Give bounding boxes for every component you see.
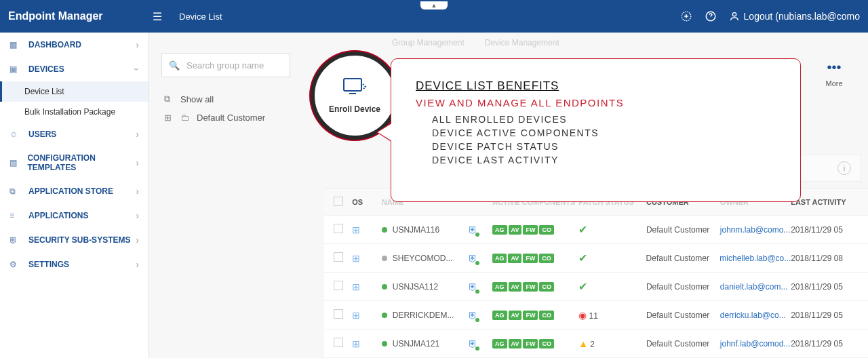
callout-line: DEVICE PATCH STATUS (432, 141, 780, 152)
tree-default-customer[interactable]: ⊞🗀Default Customer (161, 108, 319, 127)
show-all-icon: ⧉ (164, 94, 175, 104)
os-icon: ⊞ (352, 338, 382, 349)
owner-link[interactable]: johnm.lab@como... (720, 225, 791, 235)
devices-icon: ▣ (9, 64, 22, 74)
enroll-icon (342, 77, 367, 99)
os-icon: ⊞ (352, 310, 382, 321)
info-icon[interactable]: i (837, 161, 851, 175)
tab-row: Group Management Device Management (392, 38, 559, 47)
row-checkbox[interactable] (334, 224, 352, 235)
svg-point-2 (732, 13, 736, 16)
customer-cell: Default Customer (646, 254, 720, 263)
brand-title: Endpoint Manager (8, 10, 149, 22)
row-checkbox[interactable] (334, 309, 352, 321)
add-icon[interactable] (680, 10, 692, 22)
owner-link[interactable]: michelleb.lab@co... (719, 254, 791, 263)
os-icon: ⊞ (352, 281, 382, 292)
sidebar-item-users[interactable]: ☺USERS› (0, 122, 149, 146)
active-components: AGAVFWCO (492, 338, 578, 349)
sidebar-sub-bulk-install[interactable]: Bulk Installation Package (0, 102, 149, 122)
os-icon: ⊞ (352, 224, 382, 235)
active-components: AGAVFWCO (492, 281, 578, 292)
sidebar-label: CONFIGURATION TEMPLATES (27, 153, 136, 172)
enroll-label: Enroll Device (329, 104, 380, 114)
active-components: AGAVFWCO (492, 253, 578, 263)
sidebar-label: DASHBOARD (28, 40, 81, 49)
customer-cell: Default Customer (646, 339, 720, 349)
sidebar-label: APPLICATION STORE (28, 186, 113, 196)
callout-subtitle: VIEW AND MANAGE ALL ENDPOINTS (416, 97, 780, 108)
tab-device-management[interactable]: Device Management (485, 38, 559, 47)
callout-panel: DEVICE LIST BENEFITS VIEW AND MANAGE ALL… (391, 58, 801, 202)
sidebar-item-settings[interactable]: ⚙SETTINGS› (0, 252, 149, 277)
help-icon[interactable] (705, 10, 717, 22)
sidebar-item-appstore[interactable]: ⧉APPLICATION STORE› (0, 179, 149, 203)
last-activity: 2018/11/29 05 (791, 282, 859, 292)
callout-title: DEVICE LIST BENEFITS (416, 79, 780, 93)
last-activity: 2018/11/29 05 (791, 339, 859, 349)
customer-cell: Default Customer (646, 311, 720, 320)
sidebar-sub-device-list[interactable]: Device List (0, 81, 149, 102)
sidebar-item-dashboard[interactable]: ▦DASHBOARD› (0, 33, 149, 57)
device-name[interactable]: USNJMA121 (382, 339, 468, 349)
device-name[interactable]: USNJSA112 (382, 282, 468, 292)
tree-label: Default Customer (197, 113, 265, 123)
security-icon: ⛨ (468, 338, 492, 349)
table-row[interactable]: ⊞USNJSA112⛨AGAVFWCO✔Default Customerdani… (324, 273, 868, 301)
svg-rect-3 (344, 79, 361, 91)
expand-icon: ⊞ (164, 113, 175, 123)
sidebar-label: DEVICES (28, 64, 64, 74)
group-tree-column: 🔍Search group name ⧉Show all ⊞🗀Default C… (149, 33, 324, 358)
tab-group-management[interactable]: Group Management (392, 38, 465, 47)
sidebar-label: SECURITY SUB-SYSTEMS (28, 235, 130, 245)
device-name[interactable]: SHEYCOMOD... (382, 254, 468, 263)
hamburger-icon[interactable]: ☰ (149, 10, 165, 23)
owner-link[interactable]: derricku.lab@co... (720, 311, 791, 320)
col-os[interactable]: OS (352, 198, 382, 206)
security-icon: ⛨ (468, 281, 492, 292)
logout-link[interactable]: Logout (nubians.lab@como (729, 11, 860, 22)
device-table: OS NAME ACTIVE COMPONENTS PATCH STATUS C… (324, 188, 868, 358)
templates-icon: ▤ (9, 158, 20, 167)
breadcrumb: Device List (179, 12, 222, 22)
row-checkbox[interactable] (334, 338, 352, 349)
sidebar-label: APPLICATIONS (28, 211, 88, 220)
device-name[interactable]: USNJMA116 (382, 225, 468, 235)
row-checkbox[interactable] (334, 252, 352, 264)
sidebar-item-config[interactable]: ▤CONFIGURATION TEMPLATES› (0, 146, 149, 179)
col-last[interactable]: LAST ACTIVITY (791, 198, 859, 206)
tree-label: Show all (180, 94, 214, 104)
table-row[interactable]: ⊞SHEYCOMOD...⛨AGAVFWCO✔Default Customerm… (324, 244, 868, 273)
callout-line: DEVICE ACTIVE COMPONENTS (432, 127, 780, 138)
owner-link[interactable]: danielt.lab@com... (720, 282, 791, 292)
last-activity: 2018/11/29 05 (791, 225, 859, 235)
toolbar-more[interactable]: •••More (807, 60, 861, 104)
active-components: AGAVFWCO (492, 224, 578, 235)
device-name[interactable]: DERRICKDEM... (382, 311, 468, 320)
row-checkbox[interactable] (334, 281, 352, 292)
group-search-input[interactable]: 🔍Search group name (161, 53, 290, 77)
customer-cell: Default Customer (646, 282, 720, 292)
callout-line: DEVICE LAST ACTIVITY (432, 155, 780, 165)
sidebar-item-devices[interactable]: ▣DEVICES› (0, 57, 149, 81)
customer-cell: Default Customer (646, 225, 720, 235)
owner-link[interactable]: johnf.lab@comod... (720, 339, 791, 349)
last-activity: 2018/11/29 05 (791, 311, 859, 320)
patch-status: ✔ (578, 280, 646, 293)
tree-show-all[interactable]: ⧉Show all (161, 90, 319, 108)
search-placeholder: Search group name (186, 60, 264, 71)
table-row[interactable]: ⊞DERRICKDEM...⛨AGAVFWCO◉ 11Default Custo… (324, 301, 868, 330)
sidebar-item-security[interactable]: ⛨SECURITY SUB-SYSTEMS› (0, 228, 149, 252)
collapse-handle-icon[interactable]: ▲ (420, 1, 448, 9)
logout-label: Logout (nubians.lab@como (744, 11, 860, 22)
security-icon: ⛨ (468, 310, 492, 321)
users-icon: ☺ (9, 130, 22, 139)
select-all-checkbox[interactable] (334, 197, 352, 207)
sidebar-item-applications[interactable]: ≡APPLICATIONS› (0, 203, 149, 228)
table-row[interactable]: ⊞USNJMA116⛨AGAVFWCO✔Default Customerjohn… (324, 216, 868, 244)
table-row[interactable]: ⊞USNJMA121⛨AGAVFWCO▲ 2Default Customerjo… (324, 330, 868, 358)
sidebar: ▦DASHBOARD› ▣DEVICES› Device List Bulk I… (0, 33, 149, 358)
active-components: AGAVFWCO (492, 310, 578, 320)
patch-status: ▲ 2 (578, 338, 646, 349)
folder-icon: 🗀 (180, 113, 191, 123)
